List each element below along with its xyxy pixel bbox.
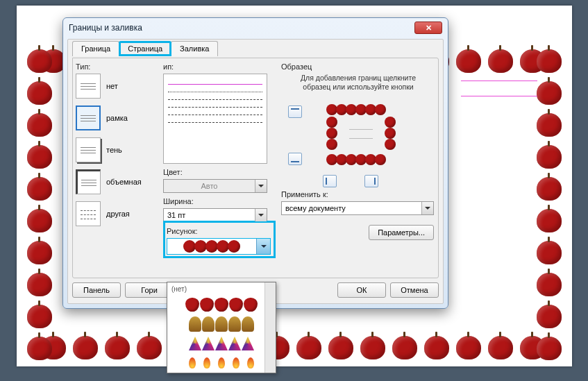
dialog-title: Границы и заливка (69, 23, 142, 33)
chevron-down-icon[interactable] (421, 202, 433, 214)
color-value: Авто (164, 180, 255, 192)
setting-3d-label: объемная (106, 178, 142, 186)
setting-box-label: рамка (106, 114, 128, 122)
line-style-option[interactable] (168, 115, 262, 115)
line-style-option[interactable] (168, 99, 262, 100)
apply-label: Применить к: (281, 190, 435, 198)
page-border-bottom (37, 330, 551, 362)
art-option-apples[interactable] (167, 295, 276, 314)
settings-column: Тип: нет рамка тень объемная (76, 61, 159, 275)
line-style-list[interactable] (163, 74, 267, 164)
setting-custom[interactable]: другая (76, 201, 159, 226)
art-combo[interactable] (167, 238, 271, 255)
setting-none[interactable]: нет (76, 74, 159, 99)
edge-top-button[interactable] (288, 105, 302, 118)
setting-none-icon (76, 74, 101, 99)
close-button[interactable]: ✕ (414, 22, 442, 34)
type-label: Тип: (76, 62, 159, 71)
style-label: ип: (163, 62, 276, 71)
ok-button[interactable]: ОК (337, 282, 386, 298)
chevron-down-icon[interactable] (255, 180, 267, 192)
cancel-button[interactable]: Отмена (390, 282, 439, 298)
page-border-right (533, 44, 565, 362)
preview-label: Образец (281, 62, 435, 71)
art-dropdown-list[interactable]: (нет) (167, 282, 276, 373)
preview-column: Образец Для добавления границ щелкните о… (281, 61, 435, 275)
preview-box (281, 104, 435, 173)
setting-custom-label: другая (106, 210, 130, 218)
width-value: 31 пт (164, 209, 255, 221)
line-style-option[interactable] (168, 107, 262, 108)
width-combo[interactable]: 31 пт (163, 208, 267, 222)
tab-fill[interactable]: Заливка (171, 41, 218, 56)
chevron-down-icon[interactable] (256, 239, 270, 254)
apply-to-combo[interactable]: всему документу (281, 201, 434, 215)
art-option-none[interactable]: (нет) (167, 282, 276, 295)
setting-box[interactable]: рамка (76, 105, 159, 130)
dropdown-scrollbar[interactable] (264, 282, 276, 373)
dialog-titlebar[interactable]: Границы и заливка ✕ (63, 18, 448, 37)
setting-none-label: нет (106, 82, 118, 90)
chevron-down-icon[interactable] (255, 209, 267, 221)
art-label: Рисунок: (167, 227, 272, 235)
setting-shadow-icon (76, 137, 101, 162)
line-style-option[interactable] (168, 92, 262, 92)
preview-text-icon (349, 129, 373, 139)
line-style-option[interactable] (168, 84, 262, 85)
art-option-horns[interactable] (167, 334, 276, 353)
preview-area (309, 104, 420, 173)
color-label: Цвет: (163, 168, 276, 176)
edge-right-button[interactable] (364, 175, 378, 187)
art-option-fans[interactable] (167, 314, 276, 334)
edge-left-button[interactable] (323, 175, 337, 187)
tab-border[interactable]: Граница (72, 41, 119, 56)
tab-page[interactable]: Страница (119, 41, 171, 56)
color-combo[interactable]: Авто (163, 179, 267, 193)
setting-shadow[interactable]: тень (76, 137, 159, 162)
line-style-option[interactable] (168, 122, 262, 123)
setting-3d-icon (76, 169, 101, 194)
table-line (461, 96, 537, 96)
close-icon: ✕ (426, 24, 432, 33)
art-option-flames[interactable] (167, 353, 276, 373)
apple-icon (228, 240, 240, 253)
setting-box-icon (76, 105, 101, 130)
preview-mini-page[interactable] (323, 104, 399, 165)
toolbar-panel-button[interactable]: Панель (72, 282, 121, 298)
style-column: ип: Цвет: Авто Ширина: 31 пт (163, 61, 276, 275)
options-button[interactable]: Параметры... (369, 225, 434, 240)
width-label: Ширина: (163, 197, 276, 205)
page-border-left (24, 44, 56, 362)
art-combo-highlight: Рисунок: (163, 221, 276, 258)
tab-strip: Граница Страница Заливка (72, 41, 443, 56)
dialog-body: Граница Страница Заливка Тип: нет рамка … (67, 39, 444, 304)
tab-pane: Тип: нет рамка тень объемная (72, 58, 439, 278)
setting-shadow-label: тень (106, 146, 122, 154)
preview-help: Для добавления границ щелкните образец и… (287, 74, 430, 92)
apply-to-value: всему документу (282, 202, 421, 214)
table-line (461, 81, 537, 81)
setting-3d[interactable]: объемная (76, 169, 159, 194)
borders-and-shading-dialog: Границы и заливка ✕ Граница Страница Зал… (62, 17, 448, 309)
setting-custom-icon (76, 201, 101, 226)
art-combo-preview (167, 239, 256, 254)
edge-bottom-button[interactable] (288, 153, 302, 165)
